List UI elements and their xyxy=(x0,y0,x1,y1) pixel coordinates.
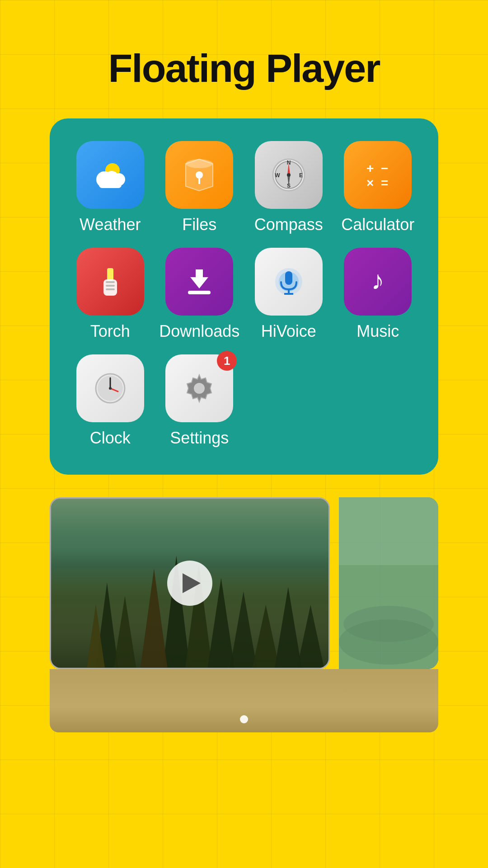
svg-point-5 xyxy=(186,159,213,168)
hivoice-icon xyxy=(255,248,323,316)
svg-text:♪: ♪ xyxy=(371,265,385,295)
svg-marker-53 xyxy=(141,569,167,668)
svg-text:+: + xyxy=(366,161,374,175)
video-player[interactable] xyxy=(50,497,330,669)
app-icon-wrap-weather xyxy=(76,141,144,209)
svg-text:E: E xyxy=(299,172,303,179)
settings-badge: 1 xyxy=(217,351,237,371)
music-icon: ♪ xyxy=(344,248,412,316)
torch-icon xyxy=(76,248,144,316)
torch-label: Torch xyxy=(90,322,130,341)
compass-label: Compass xyxy=(254,215,323,234)
app-icon-wrap-downloads xyxy=(165,248,233,316)
clock-label: Clock xyxy=(90,429,131,448)
app-icon-wrap-files xyxy=(165,141,233,209)
app-item-files[interactable]: Files xyxy=(157,141,242,234)
weather-label: Weather xyxy=(80,215,141,234)
app-icon-wrap-calculator: + − × = xyxy=(344,141,412,209)
svg-text:W: W xyxy=(275,172,280,179)
app-icon-wrap-torch xyxy=(76,248,144,316)
app-icon-wrap-clock xyxy=(76,354,144,422)
app-item-downloads[interactable]: Downloads xyxy=(157,248,242,341)
downloads-label: Downloads xyxy=(159,322,239,341)
svg-point-40 xyxy=(194,383,205,394)
bottom-strip xyxy=(50,669,438,732)
downloads-icon xyxy=(165,248,233,316)
svg-point-38 xyxy=(109,387,112,390)
app-icon-wrap-compass: N S W E xyxy=(255,141,323,209)
app-icon-wrap-music: ♪ xyxy=(344,248,412,316)
calculator-label: Calculator xyxy=(341,215,414,234)
play-button[interactable] xyxy=(167,561,212,606)
weather-icon xyxy=(76,141,144,209)
app-item-clock[interactable]: Clock xyxy=(68,354,153,448)
app-item-weather[interactable]: Weather xyxy=(68,141,153,234)
files-label: Files xyxy=(182,215,216,234)
clock-icon xyxy=(76,354,144,422)
svg-rect-4 xyxy=(99,182,122,188)
svg-rect-25 xyxy=(106,288,115,290)
video-next-preview xyxy=(339,497,438,669)
bottom-strip-inner xyxy=(50,669,438,732)
files-icon xyxy=(165,141,233,209)
svg-marker-26 xyxy=(190,269,208,288)
app-icon-wrap-hivoice xyxy=(255,248,323,316)
page-container: Floating Player Weather xyxy=(0,0,488,868)
svg-point-57 xyxy=(339,619,438,665)
svg-point-16 xyxy=(287,173,291,177)
app-icon-wrap-settings: 1 xyxy=(165,354,233,422)
app-grid: Weather Files xyxy=(68,141,420,448)
video-player-wrap xyxy=(50,497,438,732)
app-drawer: Weather Files xyxy=(50,118,438,475)
hivoice-label: HiVoice xyxy=(261,322,316,341)
app-item-calculator[interactable]: + − × = Calculator xyxy=(336,141,421,234)
svg-marker-43 xyxy=(114,596,136,668)
svg-marker-49 xyxy=(253,605,279,668)
app-item-compass[interactable]: N S W E Compass xyxy=(246,141,331,234)
pagination-dot xyxy=(240,715,248,723)
play-icon xyxy=(183,573,201,593)
svg-rect-27 xyxy=(188,291,211,294)
app-item-torch[interactable]: Torch xyxy=(68,248,153,341)
svg-marker-47 xyxy=(208,578,235,668)
app-item-music[interactable]: ♪ Music xyxy=(336,248,421,341)
svg-rect-55 xyxy=(339,497,438,565)
page-title: Floating Player xyxy=(108,45,380,91)
svg-marker-50 xyxy=(275,587,301,668)
svg-rect-23 xyxy=(106,281,115,283)
compass-icon: N S W E xyxy=(255,141,323,209)
app-item-hivoice[interactable]: HiVoice xyxy=(246,248,331,341)
settings-label: Settings xyxy=(170,429,229,448)
svg-text:×: × xyxy=(366,176,374,190)
svg-rect-30 xyxy=(285,271,292,285)
svg-marker-51 xyxy=(297,605,324,668)
svg-rect-24 xyxy=(106,285,115,287)
svg-marker-48 xyxy=(230,592,257,668)
svg-text:−: − xyxy=(381,161,388,175)
svg-rect-21 xyxy=(107,268,113,281)
music-label: Music xyxy=(357,322,399,341)
app-item-settings[interactable]: 1 Settings xyxy=(157,354,242,448)
svg-text:=: = xyxy=(381,176,388,190)
video-container xyxy=(50,497,438,669)
calculator-icon: + − × = xyxy=(344,141,412,209)
